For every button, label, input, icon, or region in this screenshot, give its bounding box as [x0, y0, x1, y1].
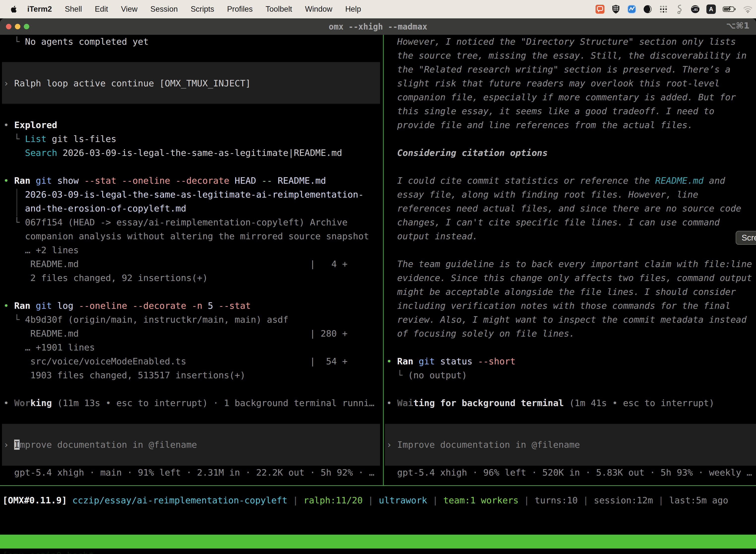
terminal-line-right: including verification notes with those … [386, 299, 731, 313]
terminal-line-right: └ (no output) [386, 368, 467, 382]
terminal-line-right: references need actual files, and since … [386, 202, 741, 215]
terminal-line-right: slight risk that future readers may over… [386, 76, 720, 90]
apple-menu[interactable] [10, 5, 17, 13]
battery-icon[interactable] [722, 4, 737, 14]
apple-icon [10, 5, 17, 13]
terminal-line-left: src/voice/voiceModeEnabled.ts | 54 + [3, 354, 348, 368]
tmux-session-label: [omx-cczip0:bash* [2, 549, 94, 554]
terminal-line-left: └ No agents completed yet [3, 35, 148, 49]
menu-bar: iTerm2ShellEditViewSessionScriptsProfile… [0, 0, 756, 18]
terminal-line-left: gpt-5.4 xhigh · main · 91% left · 2.31M … [3, 466, 375, 480]
shield-grid-icon[interactable] [611, 4, 621, 14]
terminal-line-right: this single essay, it seems like a good … [386, 104, 714, 118]
terminal-line-right: essay file, along with finding root file… [386, 188, 698, 202]
menu-item-view[interactable]: View [115, 5, 144, 14]
terminal-line-left: • Explored [3, 118, 57, 132]
terminal-line-right: However, I noticed the "Directory Struct… [386, 35, 736, 49]
battery-percent-badge[interactable]: ..61 [691, 4, 700, 14]
zigzag-badge-icon[interactable] [627, 4, 636, 14]
screen-tooltip: Scre [736, 231, 756, 245]
pane-divider-horizontal [0, 485, 756, 486]
terminal-line-left: companion analysis without altering the … [3, 229, 369, 243]
terminal-line-right: of focusing solely on file lines. [386, 327, 575, 340]
terminal-content: └ No agents completed yet› Ralph loop ac… [0, 35, 756, 554]
terminal-line-left: 1903 files changed, 513517 insertions(+) [3, 368, 245, 382]
menu-item-scripts[interactable]: Scripts [184, 5, 221, 14]
terminal-line-right: Considering citation options [386, 146, 548, 160]
wifi-icon[interactable] [743, 4, 753, 14]
pane-divider-vertical[interactable] [383, 35, 384, 486]
terminal-line-left: README.md | 280 + [3, 327, 348, 340]
svg-text:..61: ..61 [693, 8, 698, 11]
terminal-line-right: evidence. Since this change only affects… [386, 271, 752, 285]
terminal-line-right: companion file, especially if more comme… [386, 90, 736, 104]
terminal-line-right: • Ran git status --short [386, 354, 515, 368]
terminal-line-left: • Working (11m 13s • esc to interrupt) ·… [3, 396, 375, 410]
terminal-line-left: … +2 lines [3, 243, 79, 257]
terminal-line-left: • Ran git log --oneline --decorate -n 5 … [3, 299, 251, 313]
terminal-line-left: › Ralph loop active continue [OMX_TMUX_I… [3, 76, 251, 90]
close-button[interactable] [6, 24, 11, 29]
terminal-line-left: 2026-03-09-is-legal-the-same-as-legitima… [3, 188, 364, 202]
terminal-line-right: review. Also, I might want to inspect th… [386, 313, 747, 327]
terminal-line-left: and-the-erosion-of-copyleft.md [3, 202, 186, 215]
svg-text:A: A [709, 6, 713, 12]
terminal-line-left: README.md | 4 + [3, 257, 348, 271]
menu-item-toolbelt[interactable]: Toolbelt [259, 5, 299, 14]
omx-status-line: [OMX#0.11.9] cczip/essay/ai-reimplementa… [2, 493, 728, 507]
terminal-line-right: I could cite commit statistics or refere… [386, 174, 725, 188]
screen: iTerm2ShellEditViewSessionScriptsProfile… [0, 0, 756, 554]
menu-item-window[interactable]: Window [299, 5, 339, 14]
terminal-line-left: › Improve documentation in @filename [3, 438, 197, 452]
chat-app-icon[interactable] [595, 4, 605, 14]
terminal-line-left: Search 2026-03-09-is-legal-the-same-as-l… [3, 146, 342, 160]
menu-bar-status-icons: ..61A [595, 4, 756, 14]
terminal-line-right: provide file and line references from th… [386, 118, 693, 132]
terminal-line-left: • Ran git show --stat --oneline --decora… [3, 174, 326, 188]
terminal-line-right: › Improve documentation in @filename [386, 438, 580, 452]
terminal-line-right: might be acceptable alongside the file l… [386, 285, 736, 299]
minimize-button[interactable] [15, 24, 20, 29]
menu-item-shell[interactable]: Shell [58, 5, 88, 14]
terminal-line-right: gpt-5.4 xhigh · 96% left · 520K in · 5.8… [386, 466, 752, 480]
terminal-line-left: └ 4b9d30f (origin/main, instructkr/main,… [3, 313, 289, 327]
crescent-circle-icon[interactable] [643, 4, 652, 14]
terminal-line-left: └ List git ls-files [3, 132, 116, 146]
dots-grid-icon[interactable] [659, 4, 668, 14]
terminal-line-right: changes, I can't cite specific file line… [386, 215, 720, 229]
terminal-line-right: output instead. [386, 229, 478, 243]
menu-item-iterm2[interactable]: iTerm2 [21, 5, 58, 14]
terminal-line-right: The team guideline is to back every impo… [386, 257, 752, 271]
letter-a-badge[interactable]: A [706, 4, 716, 14]
terminal-line-right: • Waiting for background terminal (1m 41… [386, 396, 714, 410]
window-shortcut-badge: ⌥⌘1 [726, 18, 750, 33]
terminal-line-right: the "Related research writing" section i… [386, 63, 731, 76]
window-title: omx --xhigh --madmax [0, 22, 756, 32]
traffic-lights [6, 18, 29, 35]
menu-item-help[interactable]: Help [339, 5, 368, 14]
terminal-line-right: the source tree, missing the essay. Stil… [386, 49, 747, 63]
terminal-line-left: 2 files changed, 92 insertions(+) [3, 271, 208, 285]
squiggle-icon[interactable] [675, 4, 684, 14]
window-title-bar[interactable]: omx --xhigh --madmax ⌥⌘1 [0, 18, 756, 35]
menu-items: iTerm2ShellEditViewSessionScriptsProfile… [21, 5, 368, 14]
menu-item-profiles[interactable]: Profiles [220, 5, 259, 14]
terminal-line-left: … +1901 lines [3, 340, 95, 354]
menu-item-edit[interactable]: Edit [88, 5, 114, 14]
zoom-button[interactable] [24, 24, 29, 29]
terminal-line-left: └ 067f154 (HEAD -> essay/ai-reimplementa… [3, 215, 348, 229]
menu-item-session[interactable]: Session [144, 5, 184, 14]
tmux-status-bar: [omx-cczip0:bash* "MacBook-Pro-44.local"… [0, 535, 756, 549]
